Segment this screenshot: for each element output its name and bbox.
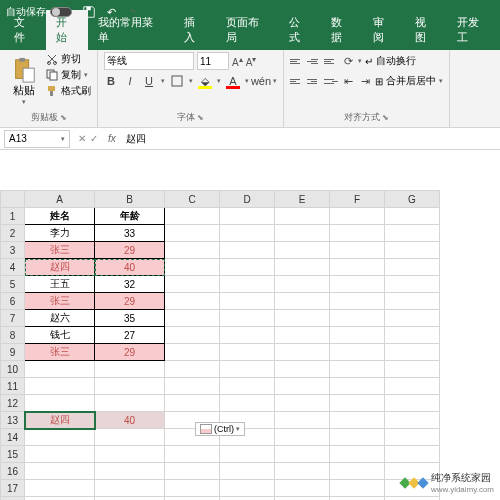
cell-E10[interactable] bbox=[275, 361, 330, 378]
cell-F7[interactable] bbox=[330, 310, 385, 327]
cell-G7[interactable] bbox=[385, 310, 440, 327]
row-header-13[interactable]: 13 bbox=[1, 412, 25, 429]
cell-D12[interactable] bbox=[220, 395, 275, 412]
cell-A10[interactable] bbox=[25, 361, 95, 378]
cell-C8[interactable] bbox=[165, 327, 220, 344]
cell-F12[interactable] bbox=[330, 395, 385, 412]
cell-B11[interactable] bbox=[95, 378, 165, 395]
cell-B12[interactable] bbox=[95, 395, 165, 412]
tab-公式[interactable]: 公式 bbox=[279, 10, 321, 50]
cell-D17[interactable] bbox=[220, 480, 275, 497]
row-header-2[interactable]: 2 bbox=[1, 225, 25, 242]
cell-D6[interactable] bbox=[220, 293, 275, 310]
cell-G1[interactable] bbox=[385, 208, 440, 225]
font-color-button[interactable]: A bbox=[226, 74, 240, 88]
formula-input[interactable]: 赵四 bbox=[122, 132, 146, 146]
cell-E5[interactable] bbox=[275, 276, 330, 293]
cell-B4[interactable]: 40 bbox=[95, 259, 165, 276]
cell-B17[interactable] bbox=[95, 480, 165, 497]
cell-E3[interactable] bbox=[275, 242, 330, 259]
cell-F6[interactable] bbox=[330, 293, 385, 310]
cell-A3[interactable]: 张三 bbox=[25, 242, 95, 259]
copy-button[interactable]: 复制▾ bbox=[46, 68, 91, 82]
row-header-10[interactable]: 10 bbox=[1, 361, 25, 378]
cell-G11[interactable] bbox=[385, 378, 440, 395]
clipboard-launcher-icon[interactable]: ⬊ bbox=[60, 113, 67, 122]
cell-F3[interactable] bbox=[330, 242, 385, 259]
cell-A8[interactable]: 钱七 bbox=[25, 327, 95, 344]
cell-F11[interactable] bbox=[330, 378, 385, 395]
align-middle-icon[interactable] bbox=[307, 54, 321, 68]
cell-G5[interactable] bbox=[385, 276, 440, 293]
cell-A7[interactable]: 赵六 bbox=[25, 310, 95, 327]
cell-E18[interactable] bbox=[275, 497, 330, 501]
cell-D2[interactable] bbox=[220, 225, 275, 242]
cell-F8[interactable] bbox=[330, 327, 385, 344]
cell-E8[interactable] bbox=[275, 327, 330, 344]
cell-G6[interactable] bbox=[385, 293, 440, 310]
select-all-corner[interactable] bbox=[1, 191, 25, 208]
cell-G10[interactable] bbox=[385, 361, 440, 378]
cell-D7[interactable] bbox=[220, 310, 275, 327]
cell-E15[interactable] bbox=[275, 446, 330, 463]
cell-C10[interactable] bbox=[165, 361, 220, 378]
cell-A18[interactable] bbox=[25, 497, 95, 501]
cell-G2[interactable] bbox=[385, 225, 440, 242]
border-button[interactable] bbox=[170, 74, 184, 88]
cell-B13[interactable]: 40 bbox=[95, 412, 165, 429]
tab-审阅[interactable]: 审阅 bbox=[363, 10, 405, 50]
cell-B1[interactable]: 年龄 bbox=[95, 208, 165, 225]
cell-A16[interactable] bbox=[25, 463, 95, 480]
cell-D3[interactable] bbox=[220, 242, 275, 259]
tab-我的常用菜单[interactable]: 我的常用菜单 bbox=[88, 10, 174, 50]
cell-C1[interactable] bbox=[165, 208, 220, 225]
underline-button[interactable]: U bbox=[142, 74, 156, 88]
cell-B2[interactable]: 33 bbox=[95, 225, 165, 242]
row-header-17[interactable]: 17 bbox=[1, 480, 25, 497]
orientation-icon[interactable]: ⟳ bbox=[341, 54, 355, 68]
cell-F18[interactable] bbox=[330, 497, 385, 501]
col-header-F[interactable]: F bbox=[330, 191, 385, 208]
row-header-14[interactable]: 14 bbox=[1, 429, 25, 446]
cell-B7[interactable]: 35 bbox=[95, 310, 165, 327]
wrap-text-button[interactable]: ↵自动换行 bbox=[365, 54, 416, 68]
cell-E12[interactable] bbox=[275, 395, 330, 412]
cell-E14[interactable] bbox=[275, 429, 330, 446]
cell-F15[interactable] bbox=[330, 446, 385, 463]
format-painter-button[interactable]: 格式刷 bbox=[46, 84, 91, 98]
cell-D1[interactable] bbox=[220, 208, 275, 225]
cell-G9[interactable] bbox=[385, 344, 440, 361]
font-launcher-icon[interactable]: ⬊ bbox=[197, 113, 204, 122]
cell-C6[interactable] bbox=[165, 293, 220, 310]
fill-color-button[interactable]: ⬙ bbox=[198, 74, 212, 88]
col-header-A[interactable]: A bbox=[25, 191, 95, 208]
cell-D18[interactable] bbox=[220, 497, 275, 501]
cell-C18[interactable] bbox=[165, 497, 220, 501]
fx-icon[interactable]: fx bbox=[108, 133, 116, 144]
decrease-font-icon[interactable]: A▾ bbox=[246, 54, 257, 68]
cell-B8[interactable]: 27 bbox=[95, 327, 165, 344]
cell-E13[interactable] bbox=[275, 412, 330, 429]
cell-E7[interactable] bbox=[275, 310, 330, 327]
cell-B14[interactable] bbox=[95, 429, 165, 446]
cell-C16[interactable] bbox=[165, 463, 220, 480]
row-header-9[interactable]: 9 bbox=[1, 344, 25, 361]
cell-F2[interactable] bbox=[330, 225, 385, 242]
col-header-B[interactable]: B bbox=[95, 191, 165, 208]
row-header-15[interactable]: 15 bbox=[1, 446, 25, 463]
italic-button[interactable]: I bbox=[123, 74, 137, 88]
cell-C17[interactable] bbox=[165, 480, 220, 497]
cell-D5[interactable] bbox=[220, 276, 275, 293]
phonetic-button[interactable]: wén bbox=[254, 74, 268, 88]
cell-F17[interactable] bbox=[330, 480, 385, 497]
cell-B9[interactable]: 29 bbox=[95, 344, 165, 361]
cell-A15[interactable] bbox=[25, 446, 95, 463]
cell-G8[interactable] bbox=[385, 327, 440, 344]
tab-文件[interactable]: 文件 bbox=[4, 10, 46, 50]
cell-B15[interactable] bbox=[95, 446, 165, 463]
cell-C15[interactable] bbox=[165, 446, 220, 463]
cell-C9[interactable] bbox=[165, 344, 220, 361]
cell-D11[interactable] bbox=[220, 378, 275, 395]
cell-B3[interactable]: 29 bbox=[95, 242, 165, 259]
col-header-E[interactable]: E bbox=[275, 191, 330, 208]
